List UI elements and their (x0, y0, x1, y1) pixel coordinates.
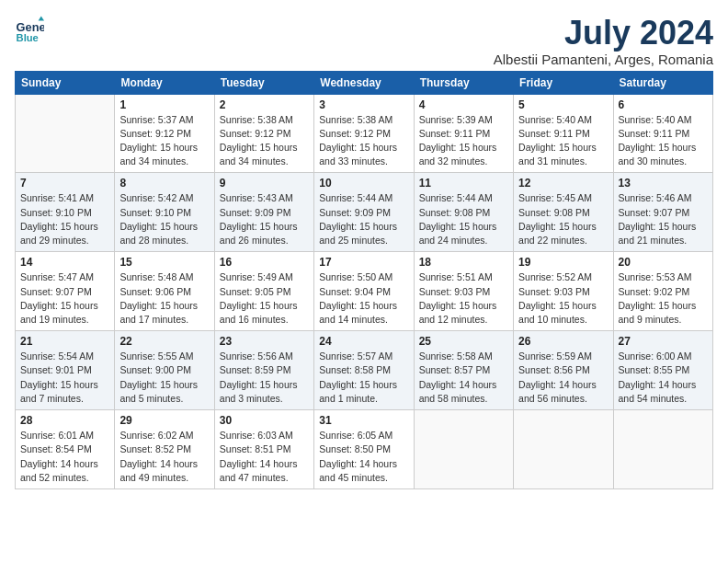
calendar-day: 7Sunrise: 5:41 AM Sunset: 9:10 PM Daylig… (16, 173, 115, 252)
day-number: 18 (419, 256, 508, 269)
day-info: Sunrise: 5:50 AM Sunset: 9:04 PM Dayligh… (319, 270, 408, 327)
day-info: Sunrise: 6:02 AM Sunset: 8:52 PM Dayligh… (119, 429, 209, 485)
calendar-day: 9Sunrise: 5:43 AM Sunset: 9:09 PM Daylig… (214, 173, 313, 252)
day-info: Sunrise: 5:37 AM Sunset: 9:12 PM Dayligh… (119, 113, 209, 169)
calendar-day: 8Sunrise: 5:42 AM Sunset: 9:10 PM Daylig… (115, 173, 214, 252)
month-title: July 2024 (494, 15, 713, 52)
calendar-day: 4Sunrise: 5:39 AM Sunset: 9:11 PM Daylig… (414, 94, 513, 173)
day-number: 23 (220, 335, 309, 348)
weekday-header-wednesday: Wednesday (314, 71, 414, 94)
day-info: Sunrise: 5:52 AM Sunset: 9:03 PM Dayligh… (518, 270, 608, 327)
day-number: 19 (518, 256, 608, 269)
logo: General Blue (15, 15, 44, 44)
calendar-day: 12Sunrise: 5:45 AM Sunset: 9:08 PM Dayli… (514, 173, 613, 252)
day-number: 5 (518, 98, 608, 111)
day-info: Sunrise: 5:45 AM Sunset: 9:08 PM Dayligh… (518, 191, 608, 247)
day-number: 14 (20, 256, 109, 269)
day-info: Sunrise: 5:57 AM Sunset: 8:58 PM Dayligh… (319, 350, 408, 406)
day-number: 12 (518, 177, 608, 190)
day-number: 24 (319, 335, 408, 348)
weekday-header-row: SundayMondayTuesdayWednesdayThursdayFrid… (16, 71, 713, 94)
day-info: Sunrise: 5:59 AM Sunset: 8:56 PM Dayligh… (518, 350, 608, 406)
calendar-day: 20Sunrise: 5:53 AM Sunset: 9:02 PM Dayli… (613, 252, 712, 331)
day-info: Sunrise: 5:43 AM Sunset: 9:09 PM Dayligh… (220, 191, 309, 247)
day-number: 21 (20, 335, 109, 348)
day-info: Sunrise: 5:48 AM Sunset: 9:06 PM Dayligh… (119, 270, 209, 327)
calendar-day: 24Sunrise: 5:57 AM Sunset: 8:58 PM Dayli… (314, 331, 414, 410)
day-info: Sunrise: 5:46 AM Sunset: 9:07 PM Dayligh… (619, 191, 708, 247)
day-info: Sunrise: 6:05 AM Sunset: 8:50 PM Dayligh… (319, 429, 408, 485)
calendar-day (16, 94, 115, 173)
page-header: General Blue July 2024 Albestii Pamanten… (15, 15, 713, 67)
calendar-day: 10Sunrise: 5:44 AM Sunset: 9:09 PM Dayli… (314, 173, 414, 252)
day-number: 20 (619, 256, 708, 269)
calendar-day: 15Sunrise: 5:48 AM Sunset: 9:06 PM Dayli… (115, 252, 214, 331)
day-info: Sunrise: 5:41 AM Sunset: 9:10 PM Dayligh… (20, 191, 109, 247)
calendar-day (613, 410, 712, 489)
day-number: 25 (419, 335, 508, 348)
day-number: 15 (119, 256, 209, 269)
calendar-day: 14Sunrise: 5:47 AM Sunset: 9:07 PM Dayli… (16, 252, 115, 331)
day-info: Sunrise: 5:49 AM Sunset: 9:05 PM Dayligh… (220, 270, 309, 327)
day-info: Sunrise: 5:38 AM Sunset: 9:12 PM Dayligh… (220, 113, 309, 169)
day-info: Sunrise: 5:47 AM Sunset: 9:07 PM Dayligh… (20, 270, 109, 327)
day-number: 30 (220, 414, 309, 427)
calendar-day: 16Sunrise: 5:49 AM Sunset: 9:05 PM Dayli… (214, 252, 313, 331)
day-number: 9 (220, 177, 309, 190)
calendar-day: 22Sunrise: 5:55 AM Sunset: 9:00 PM Dayli… (115, 331, 214, 410)
calendar-day: 17Sunrise: 5:50 AM Sunset: 9:04 PM Dayli… (314, 252, 414, 331)
calendar-day: 31Sunrise: 6:05 AM Sunset: 8:50 PM Dayli… (314, 410, 414, 489)
day-number: 27 (619, 335, 708, 348)
calendar-week-4: 21Sunrise: 5:54 AM Sunset: 9:01 PM Dayli… (16, 331, 713, 410)
day-number: 22 (119, 335, 209, 348)
calendar-day: 28Sunrise: 6:01 AM Sunset: 8:54 PM Dayli… (16, 410, 115, 489)
day-number: 31 (319, 414, 408, 427)
day-number: 26 (518, 335, 608, 348)
location-title: Albestii Pamanteni, Arges, Romania (494, 52, 713, 67)
calendar-week-5: 28Sunrise: 6:01 AM Sunset: 8:54 PM Dayli… (16, 410, 713, 489)
calendar-day (414, 410, 513, 489)
weekday-header-friday: Friday (514, 71, 613, 94)
calendar-day: 13Sunrise: 5:46 AM Sunset: 9:07 PM Dayli… (613, 173, 712, 252)
day-info: Sunrise: 5:51 AM Sunset: 9:03 PM Dayligh… (419, 270, 508, 327)
day-info: Sunrise: 5:55 AM Sunset: 9:00 PM Dayligh… (119, 350, 209, 406)
weekday-header-tuesday: Tuesday (214, 71, 313, 94)
calendar-table: SundayMondayTuesdayWednesdayThursdayFrid… (15, 71, 713, 489)
title-section: July 2024 Albestii Pamanteni, Arges, Rom… (494, 15, 713, 67)
day-info: Sunrise: 5:56 AM Sunset: 8:59 PM Dayligh… (220, 350, 309, 406)
weekday-header-thursday: Thursday (414, 71, 513, 94)
calendar-day: 5Sunrise: 5:40 AM Sunset: 9:11 PM Daylig… (514, 94, 613, 173)
calendar-week-1: 1Sunrise: 5:37 AM Sunset: 9:12 PM Daylig… (16, 94, 713, 173)
day-number: 16 (220, 256, 309, 269)
weekday-header-monday: Monday (115, 71, 214, 94)
calendar-day: 21Sunrise: 5:54 AM Sunset: 9:01 PM Dayli… (16, 331, 115, 410)
day-number: 17 (319, 256, 408, 269)
weekday-header-saturday: Saturday (613, 71, 712, 94)
day-info: Sunrise: 6:03 AM Sunset: 8:51 PM Dayligh… (220, 429, 309, 485)
calendar-week-3: 14Sunrise: 5:47 AM Sunset: 9:07 PM Dayli… (16, 252, 713, 331)
day-number: 1 (119, 98, 209, 111)
day-info: Sunrise: 5:39 AM Sunset: 9:11 PM Dayligh… (419, 113, 508, 169)
weekday-header-sunday: Sunday (16, 71, 115, 94)
day-number: 28 (20, 414, 109, 427)
calendar-day: 23Sunrise: 5:56 AM Sunset: 8:59 PM Dayli… (214, 331, 313, 410)
day-number: 29 (119, 414, 209, 427)
calendar-day: 29Sunrise: 6:02 AM Sunset: 8:52 PM Dayli… (115, 410, 214, 489)
day-info: Sunrise: 5:42 AM Sunset: 9:10 PM Dayligh… (119, 191, 209, 247)
logo-icon: General Blue (15, 15, 44, 44)
day-number: 13 (619, 177, 708, 190)
day-info: Sunrise: 5:58 AM Sunset: 8:57 PM Dayligh… (419, 350, 508, 406)
calendar-day: 1Sunrise: 5:37 AM Sunset: 9:12 PM Daylig… (115, 94, 214, 173)
calendar-day: 6Sunrise: 5:40 AM Sunset: 9:11 PM Daylig… (613, 94, 712, 173)
day-info: Sunrise: 5:38 AM Sunset: 9:12 PM Dayligh… (319, 113, 408, 169)
calendar-day: 2Sunrise: 5:38 AM Sunset: 9:12 PM Daylig… (214, 94, 313, 173)
calendar-week-2: 7Sunrise: 5:41 AM Sunset: 9:10 PM Daylig… (16, 173, 713, 252)
day-number: 3 (319, 98, 408, 111)
calendar-day: 30Sunrise: 6:03 AM Sunset: 8:51 PM Dayli… (214, 410, 313, 489)
day-info: Sunrise: 5:40 AM Sunset: 9:11 PM Dayligh… (619, 113, 708, 169)
day-info: Sunrise: 5:40 AM Sunset: 9:11 PM Dayligh… (518, 113, 608, 169)
day-number: 10 (319, 177, 408, 190)
day-number: 8 (119, 177, 209, 190)
day-number: 7 (20, 177, 109, 190)
day-info: Sunrise: 5:53 AM Sunset: 9:02 PM Dayligh… (619, 270, 708, 327)
